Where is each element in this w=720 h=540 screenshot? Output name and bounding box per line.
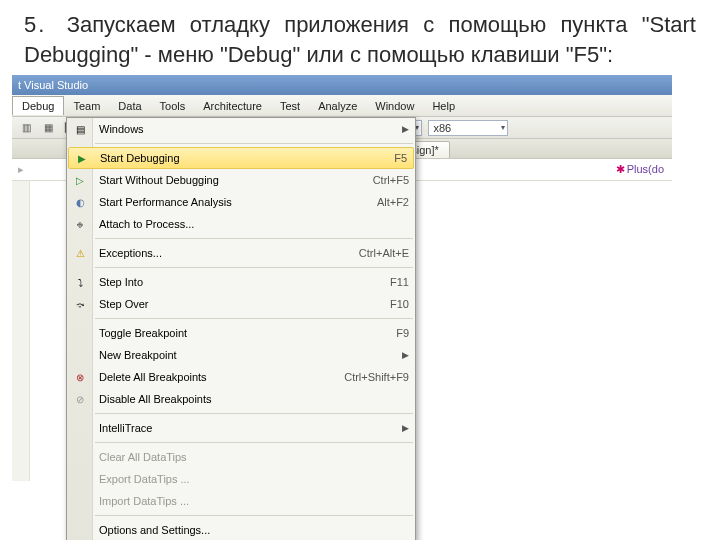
menu-item-label: Step Over <box>99 298 380 310</box>
menu-item-import-datatips: Import DataTips ... <box>67 490 415 512</box>
menu-item-shortcut: Alt+F2 <box>377 196 409 208</box>
exceptions-icon: ⚠ <box>72 245 88 261</box>
menu-item-label: Import DataTips ... <box>99 495 409 507</box>
menu-item-label: Start Without Debugging <box>99 174 363 186</box>
menu-item-label: Toggle Breakpoint <box>99 327 386 339</box>
menu-separator <box>95 267 413 268</box>
menu-item-step-over[interactable]: ⤼Step OverF10 <box>67 293 415 315</box>
open-icon[interactable]: ▦ <box>40 120 56 136</box>
menu-item-label: Windows <box>99 123 396 135</box>
play-icon: ▶ <box>74 150 90 166</box>
blank-icon <box>72 420 88 436</box>
menu-tools[interactable]: Tools <box>151 97 195 115</box>
menu-item-label: Step Into <box>99 276 380 288</box>
submenu-arrow-icon: ▶ <box>402 124 409 134</box>
perf-icon: ◐ <box>72 194 88 210</box>
menu-item-label: Start Performance Analysis <box>99 196 367 208</box>
menu-item-label: Disable All Breakpoints <box>99 393 409 405</box>
menu-window[interactable]: Window <box>366 97 423 115</box>
menu-debug[interactable]: Debug <box>12 96 64 115</box>
menu-item-start-without-debugging[interactable]: ▷Start Without DebuggingCtrl+F5 <box>67 169 415 191</box>
menu-item-shortcut: F10 <box>390 298 409 310</box>
menu-item-intellitrace[interactable]: IntelliTrace▶ <box>67 417 415 439</box>
menu-item-new-breakpoint[interactable]: New Breakpoint▶ <box>67 344 415 366</box>
menu-item-label: IntelliTrace <box>99 422 396 434</box>
menu-item-label: Delete All Breakpoints <box>99 371 334 383</box>
menu-separator <box>95 515 413 516</box>
menu-item-shortcut: Ctrl+Alt+E <box>359 247 409 259</box>
blank-icon <box>72 471 88 487</box>
menu-item-label: Options and Settings... <box>99 524 409 536</box>
submenu-arrow-icon: ▶ <box>402 423 409 433</box>
debug-menu-dropdown: ▤Windows▶▶Start DebuggingF5▷Start Withou… <box>66 117 416 540</box>
menu-item-shortcut: Ctrl+F5 <box>373 174 409 186</box>
menu-item-shortcut: F5 <box>394 152 407 164</box>
crumb-arrow-icon: ▸ <box>18 163 24 176</box>
new-icon[interactable]: ▥ <box>18 120 34 136</box>
step-number: 5. <box>24 12 46 37</box>
menu-analyze[interactable]: Analyze <box>309 97 366 115</box>
attach-icon: ⎆ <box>72 216 88 232</box>
menu-item-disable-all-breakpoints[interactable]: ⊘Disable All Breakpoints <box>67 388 415 410</box>
crumb-method[interactable]: ✱Plus(do <box>616 163 664 176</box>
menu-item-shortcut: F9 <box>396 327 409 339</box>
menu-item-label: Clear All DataTips <box>99 451 409 463</box>
menu-item-label: Start Debugging <box>100 152 384 164</box>
submenu-arrow-icon: ▶ <box>402 350 409 360</box>
menu-item-exceptions[interactable]: ⚠Exceptions...Ctrl+Alt+E <box>67 242 415 264</box>
vs-screenshot: t Visual Studio DebugTeamDataToolsArchit… <box>12 75 672 481</box>
blank-icon <box>72 325 88 341</box>
blank-icon <box>72 347 88 363</box>
menu-item-clear-all-datatips: Clear All DataTips <box>67 446 415 468</box>
menu-item-label: New Breakpoint <box>99 349 396 361</box>
menu-item-label: Exceptions... <box>99 247 349 259</box>
method-icon: ✱ <box>616 163 625 175</box>
menu-item-label: Attach to Process... <box>99 218 409 230</box>
menu-item-toggle-breakpoint[interactable]: Toggle BreakpointF9 <box>67 322 415 344</box>
blank-icon <box>72 449 88 465</box>
menu-item-step-into[interactable]: ⤵Step IntoF11 <box>67 271 415 293</box>
menu-item-shortcut: Ctrl+Shift+F9 <box>344 371 409 383</box>
window-title: t Visual Studio <box>18 79 88 91</box>
menu-architecture[interactable]: Architecture <box>194 97 271 115</box>
menubar: DebugTeamDataToolsArchitectureTestAnalyz… <box>12 95 672 117</box>
menu-item-attach-to-process[interactable]: ⎆Attach to Process... <box>67 213 415 235</box>
menu-separator <box>95 238 413 239</box>
menu-item-options-and-settings[interactable]: Options and Settings... <box>67 519 415 540</box>
menu-item-delete-all-breakpoints[interactable]: ⊗Delete All BreakpointsCtrl+Shift+F9 <box>67 366 415 388</box>
windows-icon: ▤ <box>72 121 88 137</box>
platform-combo[interactable]: x86 <box>428 120 508 136</box>
menu-item-shortcut: F11 <box>390 276 409 288</box>
menu-separator <box>95 318 413 319</box>
menu-item-windows[interactable]: ▤Windows▶ <box>67 118 415 140</box>
menu-team[interactable]: Team <box>64 97 109 115</box>
blank-icon <box>72 522 88 538</box>
step-body: Запускаем отладку приложения с помощью п… <box>24 12 696 67</box>
blank-icon <box>72 493 88 509</box>
code-gutter <box>12 181 30 481</box>
menu-separator <box>95 143 413 144</box>
menu-item-export-datatips: Export DataTips ... <box>67 468 415 490</box>
menu-test[interactable]: Test <box>271 97 309 115</box>
menu-separator <box>95 413 413 414</box>
menu-separator <box>95 442 413 443</box>
step-into-icon: ⤵ <box>72 274 88 290</box>
menu-item-start-debugging[interactable]: ▶Start DebuggingF5 <box>68 147 414 169</box>
step-over-icon: ⤼ <box>72 296 88 312</box>
menu-data[interactable]: Data <box>109 97 150 115</box>
play-outline-icon: ▷ <box>72 172 88 188</box>
menu-item-start-performance-analysis[interactable]: ◐Start Performance AnalysisAlt+F2 <box>67 191 415 213</box>
disable-bp-icon: ⊘ <box>72 391 88 407</box>
menu-item-label: Export DataTips ... <box>99 473 409 485</box>
instruction-text: 5. Запускаем отладку приложения с помощь… <box>0 0 720 75</box>
menu-help[interactable]: Help <box>423 97 464 115</box>
delete-bp-icon: ⊗ <box>72 369 88 385</box>
window-titlebar: t Visual Studio <box>12 75 672 95</box>
